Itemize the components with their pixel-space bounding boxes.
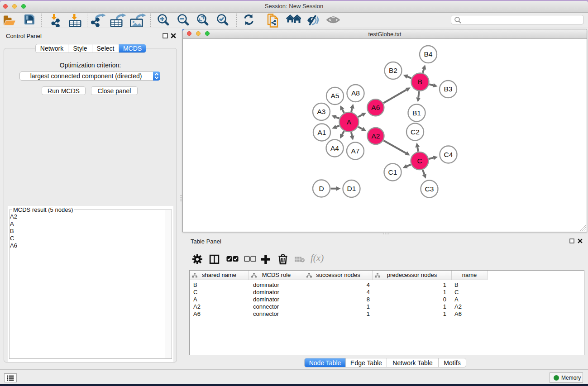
svg-text:C3: C3 xyxy=(425,185,434,193)
svg-text:A5: A5 xyxy=(331,92,339,100)
svg-text:B1: B1 xyxy=(412,109,421,117)
svg-text:A1: A1 xyxy=(318,129,326,136)
svg-text:C2: C2 xyxy=(411,128,420,136)
svg-text:A3: A3 xyxy=(317,108,326,115)
svg-text:C1: C1 xyxy=(388,168,397,176)
svg-text:B: B xyxy=(418,78,422,86)
svg-text:B4: B4 xyxy=(424,50,433,58)
svg-text:A2: A2 xyxy=(372,132,380,140)
svg-text:B3: B3 xyxy=(444,85,453,93)
svg-text:C: C xyxy=(417,157,422,165)
svg-text:A4: A4 xyxy=(330,144,339,152)
svg-text:A8: A8 xyxy=(351,89,360,97)
svg-text:D: D xyxy=(319,185,324,192)
svg-text:B2: B2 xyxy=(389,67,397,74)
svg-text:A: A xyxy=(347,118,352,126)
svg-text:D1: D1 xyxy=(347,185,356,192)
svg-text:C4: C4 xyxy=(444,151,453,158)
svg-text:A7: A7 xyxy=(351,147,360,155)
svg-text:A6: A6 xyxy=(371,104,380,111)
